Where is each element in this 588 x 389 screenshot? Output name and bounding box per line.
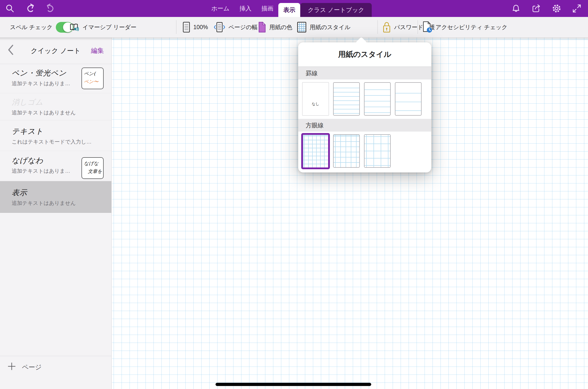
ruled-options-row: なし bbox=[298, 79, 431, 119]
none-label: なし bbox=[312, 102, 319, 106]
page-width-button[interactable]: ページの幅 bbox=[214, 17, 258, 37]
thumb-ink-black: ペン( bbox=[84, 70, 102, 78]
page-subtitle: 追加テキストはありません bbox=[12, 200, 111, 207]
immersive-reader-button[interactable]: イマーシブ リーダー bbox=[69, 17, 137, 37]
immersive-reader-label: イマーシブ リーダー bbox=[82, 23, 137, 31]
zoom-level-label: 100% bbox=[193, 24, 208, 31]
page-list-item[interactable]: テキスト これはテキストモードで入力し… bbox=[0, 120, 111, 151]
section-ruled-label: 罫線 bbox=[298, 67, 431, 79]
accessibility-check-button[interactable]: アクセシビリティ チェック bbox=[422, 17, 508, 37]
accessibility-check-label: アクセシビリティ チェック bbox=[436, 23, 508, 31]
grid-options-row bbox=[298, 132, 431, 172]
spell-check-label: スペル チェック bbox=[10, 23, 53, 31]
paper-color-label: 用紙の色 bbox=[269, 23, 293, 31]
page-title-handwritten: 表示 bbox=[12, 188, 111, 198]
tab-home[interactable]: ホーム bbox=[206, 0, 234, 17]
undo-icon[interactable] bbox=[25, 3, 35, 13]
accessibility-doc-icon bbox=[422, 21, 432, 33]
top-bar: ホーム 挿入 描画 表示 クラス ノートブック bbox=[0, 0, 588, 17]
plus-icon bbox=[7, 362, 16, 371]
paper-option-none[interactable]: なし bbox=[302, 82, 329, 116]
add-page-button[interactable]: ページ bbox=[0, 356, 111, 389]
tab-class-notebook[interactable]: クラス ノートブック bbox=[300, 3, 372, 17]
paper-style-label: 用紙のスタイル bbox=[310, 23, 351, 31]
page-list-sidebar: クイック ノート 編集 ペン・蛍光ペン 追加テキストはありま… ペン( ペン〜 … bbox=[0, 37, 112, 389]
ribbon-tabs: ホーム 挿入 描画 表示 クラス ノートブック bbox=[206, 0, 372, 17]
page-list: ペン・蛍光ペン 追加テキストはありま… ペン( ペン〜 消しゴム 追加テキストは… bbox=[0, 64, 111, 356]
zoom-button[interactable]: 100% bbox=[183, 17, 208, 37]
page-list-item[interactable]: 消しゴム 追加テキストはありません bbox=[0, 93, 111, 120]
thumb-ink-black: なげな bbox=[84, 159, 102, 167]
thumb-ink-orange: ペン〜 bbox=[84, 78, 102, 85]
edit-button[interactable]: 編集 bbox=[91, 46, 104, 55]
spell-check-control: スペル チェック bbox=[10, 17, 73, 37]
thumb-ink-black: 文章を bbox=[84, 167, 102, 175]
onenote-app: ホーム 挿入 描画 表示 クラス ノートブック スペル チェック イ bbox=[0, 0, 588, 389]
gear-icon[interactable] bbox=[552, 3, 562, 13]
search-icon[interactable] bbox=[5, 4, 14, 13]
ribbon-separator bbox=[377, 20, 378, 34]
share-icon[interactable] bbox=[531, 4, 541, 13]
tab-draw[interactable]: 描画 bbox=[256, 0, 278, 17]
paper-style-popover: 用紙のスタイル 罫線 なし 方眼線 bbox=[298, 42, 431, 172]
bell-icon[interactable] bbox=[511, 4, 521, 13]
ribbon-separator bbox=[176, 20, 176, 34]
ribbon-separator bbox=[418, 20, 418, 34]
page-subtitle: これはテキストモードで入力し… bbox=[12, 138, 111, 145]
page-width-label: ページの幅 bbox=[228, 23, 258, 31]
immersive-reader-icon bbox=[69, 22, 79, 32]
paper-color-icon bbox=[258, 22, 266, 33]
sidebar-header: クイック ノート 編集 bbox=[0, 37, 111, 64]
paper-style-icon bbox=[297, 22, 306, 33]
redo-icon[interactable] bbox=[45, 3, 55, 13]
paper-option-medium-ruled[interactable] bbox=[364, 82, 391, 116]
page-thumbnail: ペン( ペン〜 bbox=[81, 68, 104, 89]
popover-title: 用紙のスタイル bbox=[298, 42, 431, 67]
paper-color-button[interactable]: 用紙の色 bbox=[258, 17, 293, 37]
add-page-label: ページ bbox=[22, 363, 42, 372]
paper-option-narrow-ruled[interactable] bbox=[333, 82, 360, 116]
tab-insert[interactable]: 挿入 bbox=[234, 0, 256, 17]
lock-icon bbox=[382, 22, 391, 33]
paper-option-large-grid[interactable] bbox=[364, 134, 391, 168]
fullscreen-icon[interactable] bbox=[572, 4, 582, 13]
page-width-icon bbox=[214, 22, 225, 33]
paper-style-button[interactable]: 用紙のスタイル bbox=[297, 17, 351, 37]
page-list-item-selected[interactable]: 表示 追加テキストはありません bbox=[0, 181, 111, 213]
paper-option-wide-ruled[interactable] bbox=[395, 82, 422, 116]
home-indicator[interactable] bbox=[216, 383, 371, 386]
view-ribbon: スペル チェック イマーシブ リーダー 100% ページの幅 bbox=[0, 17, 588, 38]
page-title-handwritten: テキスト bbox=[12, 126, 111, 137]
zoom-doc-icon bbox=[183, 22, 190, 33]
section-grid-label: 方眼線 bbox=[298, 119, 431, 132]
page-thumbnail: なげな 文章を bbox=[81, 157, 104, 179]
paper-option-medium-grid[interactable] bbox=[333, 134, 360, 168]
page-list-item[interactable]: ペン・蛍光ペン 追加テキストはありま… ペン( ペン〜 bbox=[0, 64, 111, 93]
page-title-handwritten: 消しゴム bbox=[12, 97, 111, 107]
page-list-item[interactable]: なげなわ 追加テキストはありま… なげな 文章を bbox=[0, 151, 111, 181]
tab-view[interactable]: 表示 bbox=[278, 3, 300, 17]
paper-option-small-grid-selected[interactable] bbox=[301, 133, 330, 169]
page-subtitle: 追加テキストはありません bbox=[12, 109, 111, 116]
